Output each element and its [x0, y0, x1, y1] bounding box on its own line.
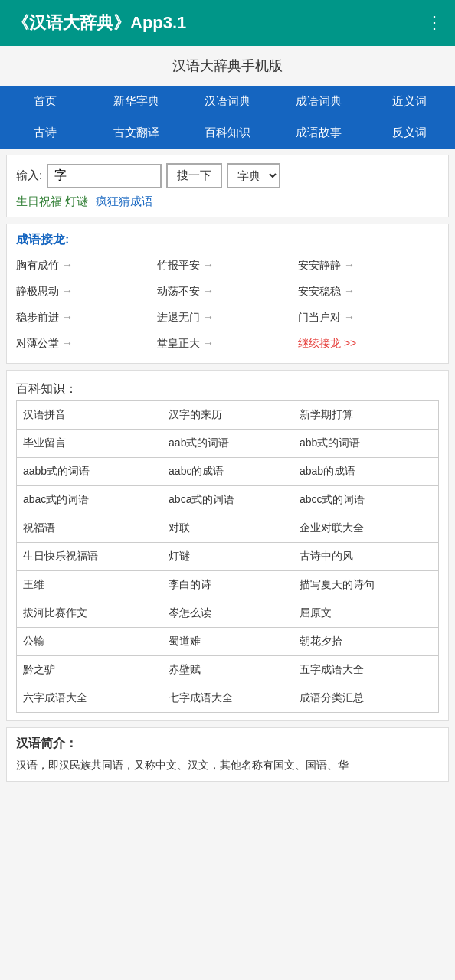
chengyu-item-5[interactable]: 安安稳稳 → — [298, 280, 439, 303]
list-item[interactable]: abca式的词语 — [162, 486, 293, 514]
list-item[interactable]: 岑怎么读 — [162, 599, 293, 628]
chengyu-item-6[interactable]: 稳步前进 → — [16, 306, 157, 329]
table-row: aabb式的词语aabc的成语abab的成语 — [17, 458, 439, 486]
nav-item-baike[interactable]: 百科知识 — [182, 117, 273, 149]
chengyu-item-2[interactable]: 安安静静 → — [298, 254, 439, 277]
list-item[interactable]: 企业对联大全 — [293, 514, 438, 543]
search-links: 生日祝福 灯谜 疯狂猜成语 — [16, 194, 439, 209]
list-item[interactable]: 祝福语 — [17, 514, 162, 543]
nav-item-guwen[interactable]: 古文翻译 — [91, 117, 182, 149]
list-item[interactable]: abac式的词语 — [17, 486, 162, 514]
chengyu-section: 成语接龙: 胸有成竹 → 竹报平安 → 安安静静 → 静极思动 → 动荡不安 →… — [6, 224, 449, 364]
app-header: 《汉语大辞典》App3.1 ⋮ — [0, 0, 455, 46]
list-item[interactable]: 毕业留言 — [17, 430, 162, 458]
list-item[interactable]: 黔之驴 — [17, 656, 162, 684]
table-row: 六字成语大全七字成语大全成语分类汇总 — [17, 684, 439, 713]
list-item[interactable]: 对联 — [162, 514, 293, 543]
list-item[interactable]: aab式的词语 — [162, 430, 293, 458]
table-row: abac式的词语abca式的词语abcc式的词语 — [17, 486, 439, 514]
nav-row-1: 首页 新华字典 汉语词典 成语词典 近义词 — [0, 86, 455, 117]
table-row: 公输蜀道难朝花夕拾 — [17, 628, 439, 656]
list-item[interactable]: 公输 — [17, 628, 162, 656]
chengyu-item-3[interactable]: 静极思动 → — [16, 280, 157, 303]
chengyu-item-7[interactable]: 进退无门 → — [157, 306, 298, 329]
chengyu-item-4[interactable]: 动荡不安 → — [157, 280, 298, 303]
chengyu-grid: 胸有成竹 → 竹报平安 → 安安静静 → 静极思动 → 动荡不安 → 安安稳稳 … — [16, 254, 439, 355]
chengyu-title: 成语接龙: — [16, 232, 439, 248]
table-row: 拔河比赛作文岑怎么读屈原文 — [17, 599, 439, 628]
app-title: 《汉语大辞典》App3.1 — [12, 11, 186, 34]
chengyu-continue-link[interactable]: 继续接龙 >> — [298, 332, 439, 355]
chengyu-item-10[interactable]: 堂皇正大 → — [157, 332, 298, 355]
search-label: 输入: — [16, 168, 42, 183]
nav-item-xinhua[interactable]: 新华字典 — [91, 86, 182, 117]
list-item[interactable]: 七字成语大全 — [162, 684, 293, 713]
table-row: 毕业留言aab式的词语abb式的词语 — [17, 430, 439, 458]
list-item[interactable]: aabb式的词语 — [17, 458, 162, 486]
baike-title: 百科知识： — [16, 381, 439, 397]
list-item[interactable]: 古诗中的风 — [293, 543, 438, 571]
nav-item-chengyu-gushi[interactable]: 成语故事 — [273, 117, 364, 149]
list-item[interactable]: 拔河比赛作文 — [17, 599, 162, 628]
list-item[interactable]: 王维 — [17, 571, 162, 599]
list-item[interactable]: 描写夏天的诗句 — [293, 571, 438, 599]
list-item[interactable]: 蜀道难 — [162, 628, 293, 656]
list-item[interactable]: 新学期打算 — [293, 401, 438, 430]
table-row: 王维李白的诗描写夏天的诗句 — [17, 571, 439, 599]
list-item[interactable]: 朝花夕拾 — [293, 628, 438, 656]
nav-item-home[interactable]: 首页 — [0, 86, 91, 117]
guess-chengyu-link[interactable]: 疯狂猜成语 — [96, 194, 153, 209]
nav-item-jinyici[interactable]: 近义词 — [364, 86, 455, 117]
list-item[interactable]: 生日快乐祝福语 — [17, 543, 162, 571]
nav-item-fanyici[interactable]: 反义词 — [364, 117, 455, 149]
list-item[interactable]: 赤壁赋 — [162, 656, 293, 684]
list-item[interactable]: aabc的成语 — [162, 458, 293, 486]
list-item[interactable]: abb式的词语 — [293, 430, 438, 458]
table-row: 祝福语对联企业对联大全 — [17, 514, 439, 543]
desc-text: 汉语，即汉民族共同语，又称中文、汉文，其他名称有国文、国语、华 — [16, 756, 439, 773]
list-item[interactable]: 屈原文 — [293, 599, 438, 628]
subtitle: 汉语大辞典手机版 — [0, 46, 455, 86]
navigation: 首页 新华字典 汉语词典 成语词典 近义词 古诗 古文翻译 百科知识 成语故事 … — [0, 86, 455, 149]
search-section: 输入: 搜一下 字典 词典 成语 生日祝福 灯谜 疯狂猜成语 — [6, 155, 449, 217]
description-section: 汉语简介： 汉语，即汉民族共同语，又称中文、汉文，其他名称有国文、国语、华 — [6, 727, 449, 782]
nav-item-gushi[interactable]: 古诗 — [0, 117, 91, 149]
list-item[interactable]: 汉语拼音 — [17, 401, 162, 430]
list-item[interactable]: 六字成语大全 — [17, 684, 162, 713]
list-item[interactable]: abab的成语 — [293, 458, 438, 486]
list-item[interactable]: 灯谜 — [162, 543, 293, 571]
search-row: 输入: 搜一下 字典 词典 成语 — [16, 163, 439, 188]
birthday-riddle-link[interactable]: 生日祝福 灯谜 — [16, 194, 88, 209]
chengyu-item-1[interactable]: 竹报平安 → — [157, 254, 298, 277]
table-row: 汉语拼音汉字的来历新学期打算 — [17, 401, 439, 430]
search-input[interactable] — [47, 164, 162, 188]
baike-table: 汉语拼音汉字的来历新学期打算毕业留言aab式的词语abb式的词语aabb式的词语… — [16, 400, 439, 713]
chengyu-item-0[interactable]: 胸有成竹 → — [16, 254, 157, 277]
nav-item-chengyu-cidian[interactable]: 成语词典 — [273, 86, 364, 117]
list-item[interactable]: 李白的诗 — [162, 571, 293, 599]
chengyu-item-9[interactable]: 对薄公堂 → — [16, 332, 157, 355]
list-item[interactable]: 成语分类汇总 — [293, 684, 438, 713]
baike-section: 百科知识： 汉语拼音汉字的来历新学期打算毕业留言aab式的词语abb式的词语aa… — [6, 370, 449, 721]
nav-row-2: 古诗 古文翻译 百科知识 成语故事 反义词 — [0, 117, 455, 149]
table-row: 黔之驴赤壁赋五字成语大全 — [17, 656, 439, 684]
chengyu-item-8[interactable]: 门当户对 → — [298, 306, 439, 329]
list-item[interactable]: abcc式的词语 — [293, 486, 438, 514]
list-item[interactable]: 五字成语大全 — [293, 656, 438, 684]
desc-title: 汉语简介： — [16, 736, 439, 752]
search-button[interactable]: 搜一下 — [166, 163, 222, 188]
list-item[interactable]: 汉字的来历 — [162, 401, 293, 430]
nav-item-hanyu-cidian[interactable]: 汉语词典 — [182, 86, 273, 117]
more-menu-icon[interactable]: ⋮ — [426, 13, 443, 33]
search-type-select[interactable]: 字典 词典 成语 — [227, 163, 280, 188]
table-row: 生日快乐祝福语灯谜古诗中的风 — [17, 543, 439, 571]
